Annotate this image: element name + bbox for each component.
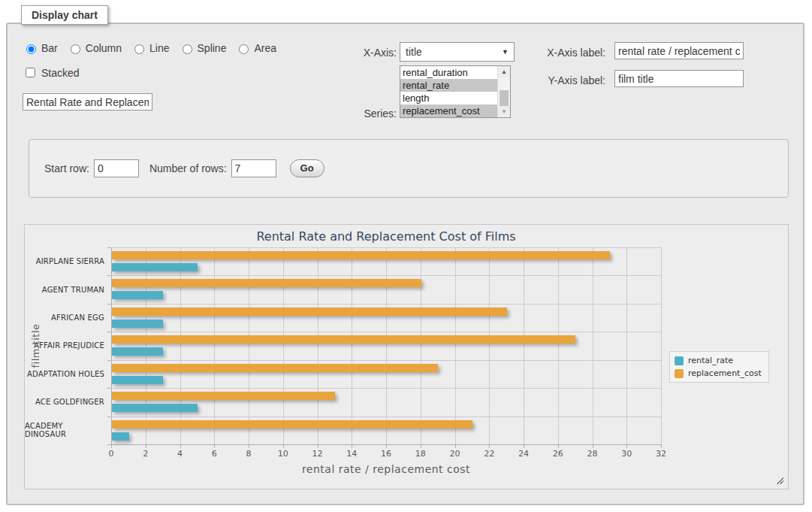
gridline	[558, 247, 559, 444]
x-tick-label: 12	[303, 449, 333, 459]
page: Display chart BarColumnLineSplineArea St…	[0, 0, 812, 512]
radio-label: Line	[149, 42, 169, 54]
y-axis-title: film title	[30, 323, 41, 368]
panel-title: Display chart	[21, 5, 108, 25]
chart-type-area[interactable]: Area	[235, 42, 276, 54]
gridline	[283, 247, 284, 444]
x-tick-label: 2	[131, 449, 161, 459]
y-tick-mark	[107, 275, 111, 276]
x-tick-label: 18	[406, 449, 436, 459]
radio-label: Column	[86, 42, 122, 54]
x-axis-title: rental rate / replacement cost	[111, 463, 661, 475]
gridline	[489, 247, 490, 444]
radio-label: Area	[254, 42, 276, 54]
radio-spline[interactable]	[183, 44, 192, 54]
chart-title: Rental Rate and Replacement Cost of Film…	[111, 229, 661, 244]
x-tick-label: 4	[165, 449, 195, 459]
series-field-label: Series:	[293, 108, 397, 120]
y-tick-mark	[107, 360, 111, 361]
gridline	[386, 247, 387, 444]
x-axis-label-input[interactable]	[614, 42, 744, 59]
gridline	[524, 247, 524, 444]
bar-rental_rate	[112, 376, 163, 384]
radio-area[interactable]	[239, 44, 249, 54]
chart-type-bar[interactable]: Bar	[23, 42, 58, 54]
stacked-option[interactable]: Stacked	[23, 65, 80, 80]
stacked-checkbox[interactable]	[26, 68, 35, 77]
gridline	[180, 247, 181, 444]
series-option-length[interactable]: length	[400, 92, 497, 105]
y-tick-mark	[107, 304, 111, 304]
radio-label: Bar	[41, 42, 58, 54]
bar-replacement_cost	[112, 392, 335, 400]
category-label: AGENT TRUMAN	[25, 275, 104, 303]
series-option-replacement_cost[interactable]: replacement_cost	[400, 105, 497, 117]
chart-type-radios: BarColumnLineSplineArea	[23, 41, 276, 56]
chart-container: Rental Rate and Replacement Cost of Film…	[24, 224, 789, 489]
x-axis-field-label: X-Axis:	[293, 47, 397, 59]
x-axis-select-value: title	[406, 46, 422, 58]
legend-label: rental_rate	[688, 356, 733, 365]
number-of-rows-label: Number of rows:	[149, 162, 227, 174]
bar-replacement_cost	[112, 335, 575, 344]
number-of-rows-input[interactable]	[231, 159, 276, 177]
bar-rental_rate	[112, 263, 198, 271]
gridline	[421, 247, 421, 444]
bar-rental_rate	[112, 320, 163, 328]
x-tick-label: 26	[543, 449, 573, 459]
gridline	[111, 360, 661, 361]
bar-rental_rate	[112, 291, 163, 299]
x-tick-label: 24	[509, 449, 539, 459]
radio-line[interactable]	[134, 44, 144, 54]
chart-type-column[interactable]: Column	[67, 42, 122, 54]
chart-title-input[interactable]	[23, 93, 152, 111]
y-axis-line	[111, 247, 112, 444]
radio-column[interactable]	[71, 44, 80, 54]
bar-replacement_cost	[112, 279, 421, 287]
bar-rental_rate	[112, 432, 129, 441]
scroll-down-icon[interactable]: ▼	[498, 106, 510, 117]
x-tick-label: 30	[611, 449, 641, 459]
x-tick-mark	[661, 444, 662, 448]
go-button[interactable]: Go	[290, 159, 324, 177]
gridline	[455, 247, 456, 444]
gridline	[626, 247, 627, 444]
x-tick-label: 0	[96, 449, 126, 459]
resize-handle-icon[interactable]	[775, 476, 783, 484]
category-label: ACE GOLDFINGER	[25, 388, 104, 416]
radio-label: Spline	[198, 42, 227, 54]
y-axis-label-input[interactable]	[614, 70, 744, 87]
gridline	[111, 275, 661, 276]
gridline	[214, 247, 215, 444]
legend-label: replacement_cost	[688, 368, 762, 378]
x-tick-label: 14	[337, 449, 367, 459]
y-tick-mark	[107, 332, 111, 332]
bar-replacement_cost	[112, 308, 507, 316]
legend-swatch-icon	[675, 369, 684, 378]
gridline	[249, 247, 249, 444]
gridline	[111, 332, 661, 332]
bar-replacement_cost	[112, 364, 438, 372]
scrollbar-thumb[interactable]	[500, 90, 509, 106]
legend-swatch-icon	[675, 356, 684, 365]
chart-type-line[interactable]: Line	[131, 42, 169, 54]
legend-item-replacement_cost[interactable]: replacement_cost	[675, 368, 762, 378]
gridline	[111, 417, 661, 417]
category-label: AIRPLANE SIERRA	[25, 247, 104, 275]
category-label: ACADEMY DINOSAUR	[25, 417, 104, 444]
start-row-label: Start row:	[44, 162, 89, 174]
row-range-box: Start row: Number of rows: Go	[29, 139, 789, 198]
bar-rental_rate	[112, 347, 163, 356]
gridline	[111, 247, 661, 248]
chart-type-spline[interactable]: Spline	[179, 42, 227, 54]
legend-item-rental_rate[interactable]: rental_rate	[675, 356, 762, 365]
start-row-input[interactable]	[94, 159, 139, 177]
x-tick-label: 6	[199, 449, 229, 459]
x-axis-line	[111, 444, 661, 445]
radio-bar[interactable]	[26, 44, 36, 54]
gridline	[146, 247, 146, 444]
gridline	[352, 247, 352, 444]
gridline	[593, 247, 593, 444]
gridline	[111, 388, 661, 389]
series-listbox[interactable]: rental_durationrental_ratelengthreplacem…	[400, 65, 511, 118]
